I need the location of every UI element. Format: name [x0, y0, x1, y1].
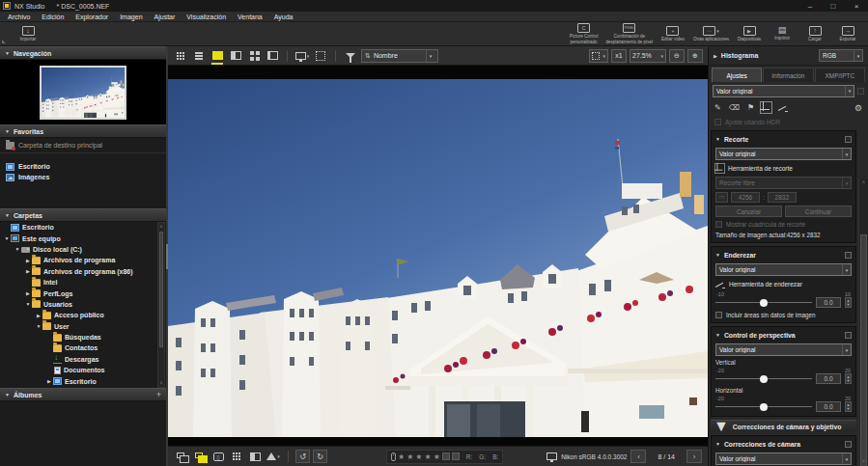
include-areas-checkbox[interactable] — [715, 312, 722, 318]
enderezar-checkbox[interactable] — [845, 252, 852, 259]
tab-informacion[interactable]: Información — [763, 68, 813, 82]
compare-single-button[interactable] — [174, 450, 189, 463]
perspectiva-preset-dropdown[interactable]: Valor original ▾ — [715, 343, 852, 356]
horizontal-value-input[interactable] — [816, 401, 841, 412]
folders-header[interactable]: ▼ Carpetas — [0, 208, 166, 222]
close-button[interactable]: × — [845, 0, 868, 12]
crop-tool-row[interactable]: Herramienta de recorte — [715, 163, 852, 174]
edit-video-button[interactable]: + Editar vídeo — [657, 22, 689, 45]
adjustments-preset-dropdown[interactable]: Valor original ▾ — [713, 85, 854, 97]
favorite-pictures[interactable]: Imágenes — [0, 172, 166, 182]
horizontal-slider[interactable] — [715, 406, 812, 407]
minimize-button[interactable]: – — [798, 0, 822, 12]
navigation-header[interactable]: ▼ Navegación — [0, 46, 166, 60]
image-canvas[interactable] — [168, 66, 708, 446]
list-view-button[interactable] — [191, 49, 207, 63]
info-overlay-button[interactable]: ▯ — [210, 450, 226, 463]
tree-item-descargas[interactable]: Descargas — [0, 354, 166, 365]
previous-image-button[interactable]: ‹ — [630, 450, 646, 463]
enderezar-preset-dropdown[interactable]: Valor original ▾ — [715, 263, 852, 276]
second-monitor-button[interactable]: ▾ — [294, 49, 310, 63]
value-stepper[interactable]: ▲▼ — [845, 297, 852, 308]
navigation-thumbnail[interactable] — [40, 66, 126, 120]
other-apps-button[interactable]: ⋯ ▾ Otras aplicaciones — [689, 22, 733, 45]
star-icon[interactable]: ★ — [425, 452, 432, 461]
straighten-slider[interactable] — [715, 302, 812, 303]
enderezar-header[interactable]: ▼ Enderezar — [715, 249, 852, 260]
panel-scrollbar[interactable]: ˄ ˅ — [858, 178, 868, 466]
tab-ajustes[interactable]: Ajustes — [712, 68, 762, 82]
tree-item-este-equipo[interactable]: ▼ Este equipo — [0, 233, 166, 243]
menu-archivo[interactable]: Archivo — [8, 14, 30, 20]
upload-button[interactable]: ↑ Cargar — [798, 22, 831, 45]
straighten-value-input[interactable] — [816, 297, 841, 308]
star-icon[interactable]: ★ — [406, 452, 413, 461]
scrollbar-thumb[interactable] — [159, 232, 163, 347]
tree-item-user[interactable]: ▼ User — [0, 321, 166, 332]
menu-ventana[interactable]: Ventana — [238, 14, 263, 20]
camara-checkbox[interactable] — [845, 441, 852, 448]
fit-screen-dropdown[interactable]: ▾ — [589, 49, 608, 63]
tree-item-archivos-programa[interactable]: ▶ Archivos de programa — [0, 255, 166, 265]
zoom-1to1-button[interactable]: x1 — [611, 49, 627, 63]
expander-icon[interactable]: ▼ — [14, 246, 21, 252]
maximize-button[interactable]: □ — [822, 0, 845, 12]
expander-icon[interactable]: ▶ — [45, 378, 53, 384]
scroll-down-icon[interactable]: ˅ — [859, 457, 868, 466]
retouch-brush-icon[interactable]: ✎ — [714, 104, 721, 112]
grid-overlay-button[interactable] — [229, 450, 244, 463]
camara-preset-dropdown[interactable]: Valor original ▾ — [715, 452, 852, 465]
star-icon[interactable]: ★ — [434, 452, 440, 461]
tree-item-perflogs[interactable]: ▶ PerfLogs — [0, 288, 166, 298]
grid-view-button[interactable] — [173, 49, 188, 63]
expander-icon[interactable]: ▼ — [24, 301, 32, 307]
tab-xmp-iptc[interactable]: XMP/IPTC — [815, 68, 865, 82]
favorite-desktop[interactable]: Escritorio — [0, 161, 166, 172]
favorites-header[interactable]: ▼ Favoritas — [0, 124, 166, 138]
gear-icon[interactable]: ⚙ — [854, 103, 862, 113]
tree-item-intel[interactable]: Intel — [0, 277, 166, 288]
vertical-value-input[interactable] — [816, 373, 841, 384]
next-image-button[interactable]: › — [686, 450, 702, 463]
scroll-down-icon[interactable]: ˅ — [158, 379, 164, 387]
histogram-overlay-button[interactable]: ▾ — [266, 450, 281, 463]
import-button[interactable]: ↓ Importar — [12, 25, 44, 42]
color-point-icon[interactable]: ⚑ — [747, 104, 754, 112]
recorte-checkbox[interactable] — [845, 136, 852, 143]
export-button[interactable]: → Exportar — [831, 22, 864, 45]
tree-item-contactos[interactable]: Contactos — [0, 343, 166, 353]
filmstrip-view-button[interactable] — [265, 49, 280, 63]
crop-continue-button[interactable]: Continuar — [785, 206, 852, 217]
hdr-checkbox[interactable] — [714, 119, 721, 125]
menu-imagen[interactable]: Imagen — [120, 14, 142, 20]
expander-icon[interactable]: ▶ — [24, 258, 32, 263]
tree-item-disco-local[interactable]: ▼ Disco local (C:) — [0, 244, 166, 255]
single-view-button[interactable] — [210, 49, 225, 63]
crop-height-input[interactable] — [768, 192, 797, 203]
collapse-toolbar-icon[interactable] — [2, 40, 6, 43]
crop-tool-icon[interactable] — [762, 103, 770, 112]
crop-grid-checkbox[interactable] — [715, 221, 722, 228]
expander-icon[interactable]: ▶ — [35, 313, 42, 318]
pixel-shift-button[interactable]: PIXEL Combinación de desplazamiento de p… — [602, 22, 657, 45]
straighten-tool-row[interactable]: Herramienta de enderezar — [715, 279, 852, 289]
thumbnail-view-button[interactable] — [246, 49, 262, 63]
expander-icon[interactable]: ▼ — [3, 235, 11, 241]
filter-button[interactable] — [343, 49, 358, 63]
add-album-button[interactable]: + — [156, 390, 161, 399]
scrollbar-thumb[interactable] — [860, 234, 867, 466]
tree-item-usuarios[interactable]: ▼ Usuarios — [0, 299, 166, 310]
expander-icon[interactable]: ▶ — [24, 290, 32, 296]
expander-icon[interactable]: ▶ — [24, 268, 32, 274]
scroll-up-icon[interactable]: ˄ — [859, 178, 868, 187]
tree-item-archivos-programa-x86[interactable]: ▶ Archivos de programa (x86) — [0, 266, 166, 277]
star-icon[interactable]: ★ — [415, 452, 422, 461]
perspectiva-header[interactable]: ▼ Control de perspectiva — [715, 329, 852, 341]
menu-ayuda[interactable]: Ayuda — [274, 14, 294, 20]
focus-point-button[interactable] — [247, 450, 263, 463]
fullscreen-button[interactable] — [313, 49, 328, 63]
zoom-out-button[interactable]: ⊖ — [669, 49, 685, 63]
rating-pin-icon[interactable] — [391, 452, 396, 461]
menu-ajustar[interactable]: Ajustar — [154, 14, 176, 20]
menu-edicion[interactable]: Edición — [42, 14, 64, 20]
